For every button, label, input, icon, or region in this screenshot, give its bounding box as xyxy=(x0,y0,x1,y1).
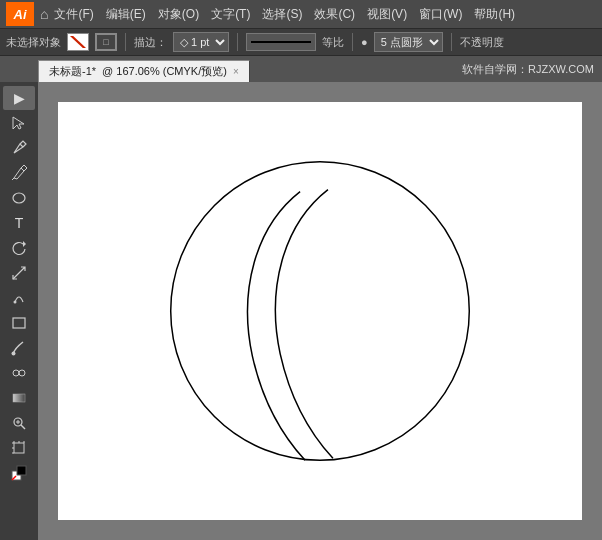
tool-pen[interactable] xyxy=(3,136,35,160)
menu-type[interactable]: 文字(T) xyxy=(211,6,250,23)
separator-2 xyxy=(237,33,238,51)
stroke-line-inner xyxy=(251,41,311,43)
home-icon[interactable]: ⌂ xyxy=(40,6,48,22)
tool-scale[interactable] xyxy=(3,261,35,285)
menu-bar: 文件(F) 编辑(E) 对象(O) 文字(T) 选择(S) 效果(C) 视图(V… xyxy=(54,6,515,23)
svg-rect-21 xyxy=(17,466,26,475)
tool-rectangle[interactable] xyxy=(3,311,35,335)
tool-pencil[interactable] xyxy=(3,161,35,185)
tab-info: @ 167.06% (CMYK/预览) xyxy=(102,64,227,79)
tool-blend[interactable] xyxy=(3,361,35,385)
watermark-text: 软件自学网：RJZXW.COM xyxy=(462,56,594,82)
tab-title: 未标题-1* xyxy=(49,64,96,79)
points-icon: ● xyxy=(361,36,368,48)
equi-label: 等比 xyxy=(322,35,344,50)
fill-color-swatch[interactable] xyxy=(67,33,89,51)
svg-point-6 xyxy=(13,370,19,376)
svg-point-7 xyxy=(19,370,25,376)
stroke-width-select[interactable]: ◇ 1 pt xyxy=(173,32,229,52)
tool-zoom[interactable] xyxy=(3,411,35,435)
tool-gradient[interactable] xyxy=(3,386,35,410)
title-bar: Ai ⌂ 文件(F) 编辑(E) 对象(O) 文字(T) 选择(S) 效果(C)… xyxy=(0,0,602,28)
separator-4 xyxy=(451,33,452,51)
tool-rotate[interactable] xyxy=(3,236,35,260)
svg-line-0 xyxy=(12,178,14,180)
menu-effect[interactable]: 效果(C) xyxy=(314,6,355,23)
doc-tab[interactable]: 未标题-1* @ 167.06% (CMYK/预览) × xyxy=(38,60,250,82)
main-circle[interactable] xyxy=(171,162,470,461)
brush-select[interactable]: 5 点圆形 xyxy=(374,32,443,52)
svg-point-1 xyxy=(13,193,25,203)
canvas-svg xyxy=(58,102,582,520)
options-bar: 未选择对象 □ 描边： ◇ 1 pt 等比 ● 5 点圆形 不透明度 xyxy=(0,28,602,56)
ai-logo: Ai xyxy=(6,2,34,26)
menu-help[interactable]: 帮助(H) xyxy=(474,6,515,23)
arc-right[interactable] xyxy=(275,190,333,459)
tab-close-button[interactable]: × xyxy=(233,66,239,77)
tool-direct-select[interactable] xyxy=(3,111,35,135)
separator-1 xyxy=(125,33,126,51)
main-area: ▶ T xyxy=(0,82,602,540)
menu-object[interactable]: 对象(O) xyxy=(158,6,199,23)
tool-warp[interactable] xyxy=(3,286,35,310)
stroke-color-box[interactable]: □ xyxy=(95,33,117,51)
stroke-line-preview[interactable] xyxy=(246,33,316,51)
tool-artboard[interactable] xyxy=(3,436,35,460)
tool-type[interactable]: T xyxy=(3,211,35,235)
tool-brush[interactable] xyxy=(3,336,35,360)
svg-point-5 xyxy=(12,352,16,356)
canvas-document xyxy=(58,102,582,520)
svg-point-3 xyxy=(14,301,17,304)
svg-rect-8 xyxy=(13,394,25,402)
no-selection-label: 未选择对象 xyxy=(6,35,61,50)
svg-rect-4 xyxy=(13,318,25,328)
tool-select[interactable]: ▶ xyxy=(3,86,35,110)
tab-bar: 未标题-1* @ 167.06% (CMYK/预览) × 软件自学网：RJZXW… xyxy=(0,56,602,82)
stroke-label: 描边： xyxy=(134,35,167,50)
tool-ellipse[interactable] xyxy=(3,186,35,210)
menu-select[interactable]: 选择(S) xyxy=(262,6,302,23)
menu-view[interactable]: 视图(V) xyxy=(367,6,407,23)
tool-fill-stroke[interactable] xyxy=(3,461,35,485)
canvas-area xyxy=(38,82,602,540)
menu-window[interactable]: 窗口(W) xyxy=(419,6,462,23)
menu-edit[interactable]: 编辑(E) xyxy=(106,6,146,23)
toolbar: ▶ T xyxy=(0,82,38,540)
svg-line-10 xyxy=(21,425,25,429)
svg-marker-2 xyxy=(23,241,26,247)
opacity-label: 不透明度 xyxy=(460,35,504,50)
menu-file[interactable]: 文件(F) xyxy=(54,6,93,23)
svg-rect-13 xyxy=(14,443,24,453)
separator-3 xyxy=(352,33,353,51)
